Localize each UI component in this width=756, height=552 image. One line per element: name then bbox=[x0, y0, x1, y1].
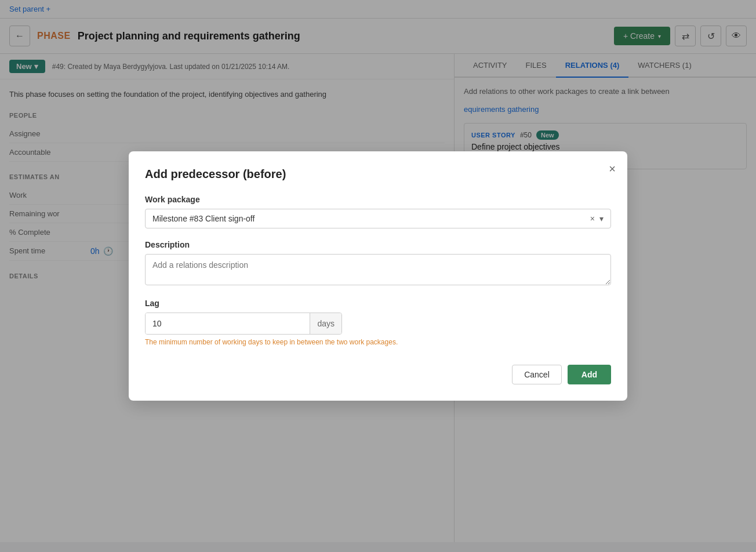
lag-input[interactable] bbox=[146, 313, 310, 334]
modal-close-button[interactable]: × bbox=[609, 163, 616, 175]
modal-overlay[interactable]: × Add predecessor (before) Work package … bbox=[0, 0, 756, 542]
lag-container: days bbox=[145, 313, 342, 335]
modal-footer: Cancel Add bbox=[145, 365, 611, 384]
description-input[interactable] bbox=[145, 254, 611, 285]
lag-group: Lag days The minimum number of working d… bbox=[145, 299, 611, 346]
description-group: Description bbox=[145, 240, 611, 287]
description-label: Description bbox=[145, 240, 611, 249]
add-button[interactable]: Add bbox=[568, 365, 611, 384]
cancel-button[interactable]: Cancel bbox=[512, 365, 562, 384]
clear-icon[interactable]: × bbox=[590, 214, 595, 223]
lag-unit: days bbox=[310, 313, 341, 334]
work-package-value: Milestone #83 Client sign-off bbox=[152, 214, 590, 223]
dropdown-icon[interactable]: ▾ bbox=[599, 214, 604, 223]
work-package-group: Work package Milestone #83 Client sign-o… bbox=[145, 195, 611, 228]
add-predecessor-modal: × Add predecessor (before) Work package … bbox=[129, 151, 627, 401]
modal-title: Add predecessor (before) bbox=[145, 168, 611, 181]
lag-hint: The minimum number of working days to ke… bbox=[145, 338, 611, 346]
lag-label: Lag bbox=[145, 299, 611, 308]
work-package-label: Work package bbox=[145, 195, 611, 204]
select-icons: × ▾ bbox=[590, 214, 604, 223]
work-package-select[interactable]: Milestone #83 Client sign-off × ▾ bbox=[145, 209, 611, 228]
